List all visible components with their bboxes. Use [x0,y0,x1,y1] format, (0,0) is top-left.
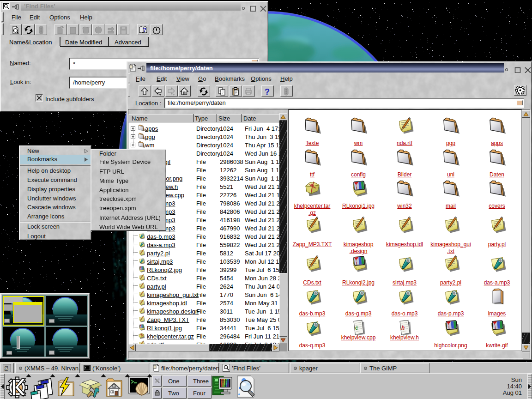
svg-text:?: ? [143,26,146,33]
svg-text:?: ? [265,87,270,96]
svg-text:S: S [5,365,8,372]
